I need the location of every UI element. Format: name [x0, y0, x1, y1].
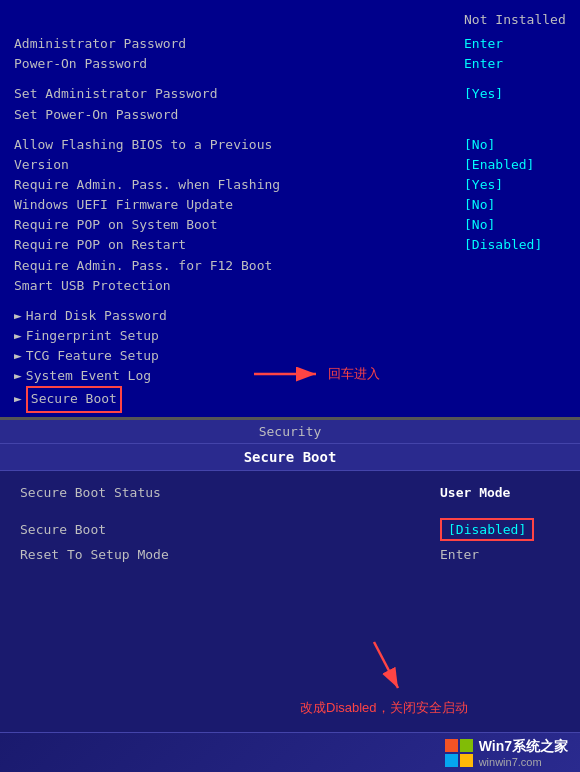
secure-boot-disabled-row: Secure Boot [Disabled]	[20, 518, 560, 541]
version-label: Version	[14, 155, 456, 175]
admin-password-value: Enter	[464, 34, 566, 54]
top-bios-panel: Not Installed Administrator Password Pow…	[0, 0, 580, 420]
network-offline-label: Network Offline Locker Setup	[26, 413, 245, 420]
set-admin-label: Set Administrator Password	[14, 84, 456, 104]
require-admin-pass-label: Require Admin. Pass. when Flashing	[14, 175, 456, 195]
svg-rect-7	[460, 754, 473, 767]
svg-rect-6	[445, 754, 458, 767]
tab-bar: Security	[0, 420, 580, 444]
windows-uefi-label: Windows UEFI Firmware Update	[14, 195, 456, 215]
menu-items: ► Hard Disk Password ► Fingerprint Setup…	[14, 306, 566, 420]
require-admin-f12-label: Require Admin. Pass. for F12 Boot	[14, 256, 456, 276]
arrow-annotation: 回车进入	[254, 364, 380, 384]
watermark-url: winwin7.com	[479, 756, 542, 768]
windows-logo-icon	[445, 739, 473, 767]
secure-boot-item[interactable]: ► Secure Boot	[14, 386, 566, 412]
network-offline-item: ► Network Offline Locker Setup	[14, 413, 566, 420]
fingerprint-item: ► Fingerprint Setup	[14, 326, 566, 346]
admin-password-label: Administrator Password	[14, 34, 456, 54]
svg-rect-5	[460, 739, 473, 752]
poweron-password-value: Enter	[464, 54, 566, 74]
allow-flashing-label: Allow Flashing BIOS to a Previous	[14, 135, 456, 155]
watermark-main-text: Win7系统之家	[479, 738, 568, 756]
reset-enter-value: Enter	[440, 547, 560, 562]
enabled-value1: [Enabled]	[464, 155, 566, 175]
hard-disk-label: Hard Disk Password	[26, 306, 167, 326]
secure-boot-label: Secure Boot	[26, 386, 122, 412]
set-poweron-label: Set Power-On Password	[14, 105, 456, 125]
svg-line-3	[374, 642, 398, 688]
secure-boot-status-row: Secure Boot Status User Mode	[20, 485, 560, 500]
down-arrow-svg	[354, 640, 414, 695]
not-installed-label: Not Installed	[456, 10, 566, 30]
svg-rect-4	[445, 739, 458, 752]
poweron-password-label: Power-On Password	[14, 54, 456, 74]
no-value1: [No]	[464, 135, 566, 155]
tcg-item: ► TCG Feature Setup	[14, 346, 566, 366]
disabled-box-text[interactable]: [Disabled]	[440, 518, 534, 541]
hard-disk-item: ► Hard Disk Password	[14, 306, 566, 326]
watermark-logo: Win7系统之家 winwin7.com	[445, 738, 568, 768]
bottom-annotation: 改成Disabled，关闭安全启动	[300, 640, 468, 717]
watermark-bar: Win7系统之家 winwin7.com	[0, 732, 580, 772]
system-event-label: System Event Log	[26, 366, 151, 386]
secure-boot-item-label: Secure Boot	[20, 522, 106, 537]
tcg-label: TCG Feature Setup	[26, 346, 159, 366]
panel-title: Secure Boot	[0, 444, 580, 471]
reset-setup-label: Reset To Setup Mode	[20, 547, 169, 562]
bottom-bios-panel: Security Secure Boot Secure Boot Status …	[0, 420, 580, 772]
disabled-value1: [Disabled]	[464, 235, 566, 255]
no-value3: [No]	[464, 215, 566, 235]
require-pop-boot-label: Require POP on System Boot	[14, 215, 456, 235]
secure-boot-status-label: Secure Boot Status	[20, 485, 161, 500]
user-mode-text: User Mode	[440, 485, 510, 500]
reset-setup-mode-row: Reset To Setup Mode Enter	[20, 547, 560, 562]
smart-usb-label: Smart USB Protection	[14, 276, 456, 296]
no-value2: [No]	[464, 195, 566, 215]
right-arrow-svg	[254, 365, 324, 383]
user-mode-value: User Mode	[440, 485, 560, 500]
secure-boot-disabled-value: [Disabled]	[440, 518, 560, 541]
annotation-text-top: 回车进入	[328, 364, 380, 384]
bottom-content: Secure Boot Status User Mode Secure Boot…	[0, 471, 580, 772]
yes-value2: [Yes]	[464, 175, 566, 195]
yes-value: [Yes]	[464, 84, 566, 104]
system-event-item: ► System Event Log 回车进入	[14, 366, 566, 386]
require-pop-restart-label: Require POP on Restart	[14, 235, 456, 255]
bottom-annotation-text: 改成Disabled，关闭安全启动	[300, 699, 468, 717]
security-tab: Security	[259, 424, 322, 439]
fingerprint-label: Fingerprint Setup	[26, 326, 159, 346]
enter-text: Enter	[440, 547, 479, 562]
